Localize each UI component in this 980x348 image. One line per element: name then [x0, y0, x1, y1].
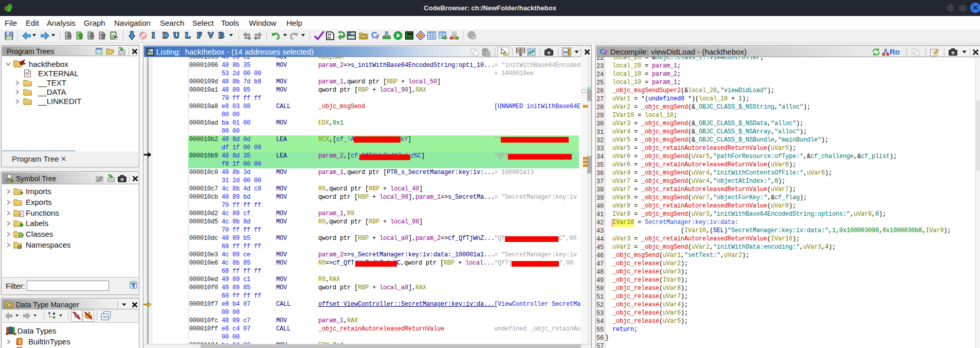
svg-text:DT: DT: [8, 304, 12, 307]
svg-text:f: f: [21, 212, 22, 217]
svg-text:C: C: [20, 233, 23, 238]
svg-text:{}: {}: [17, 244, 22, 250]
svg-text:DT: DT: [362, 35, 366, 38]
svg-text:01: 01: [328, 36, 332, 40]
